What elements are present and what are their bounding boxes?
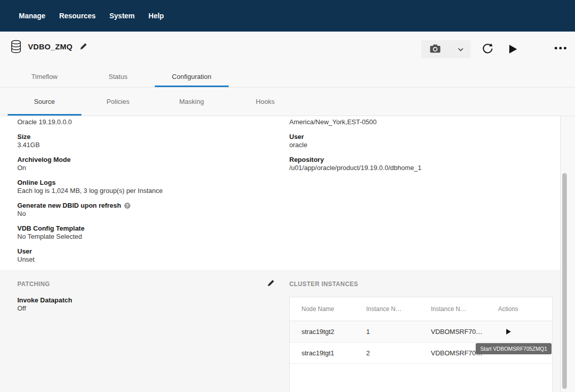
nav-item-help[interactable]: Help	[149, 12, 164, 20]
configuration-subtabs: Source Policies Masking Hooks	[0, 88, 575, 116]
app: Manage Resources System Help VDBO_ZMQ	[0, 0, 575, 392]
field-db-version: Oracle 19.19.0.0.0	[17, 118, 272, 126]
camera-icon	[430, 44, 441, 54]
field-online-logs: Online Logs Each log is 1,024 MB, 3 log …	[17, 179, 272, 195]
generate-dbid-label: Generate new DBID upon refresh	[17, 202, 121, 210]
subtab-hooks[interactable]: Hooks	[229, 98, 303, 116]
table-row: strac19tgt2 1 VDBOMSRF70…	[290, 321, 552, 343]
subtab-source[interactable]: Source	[8, 98, 81, 116]
stop-icon[interactable]	[533, 43, 537, 47]
field-repository: Repository /u01/app/oracle/product/19.19…	[289, 156, 544, 172]
field-archivelog-mode: Archivelog Mode On	[17, 156, 272, 172]
nav-item-resources[interactable]: Resources	[59, 12, 96, 20]
scrollbar-thumb[interactable]	[562, 173, 567, 389]
cell-instance-number: 2	[366, 349, 431, 357]
field-vdb-config-template: VDB Config Template No Template Selected	[17, 225, 272, 241]
tab-status[interactable]: Status	[81, 66, 155, 87]
nav-item-system[interactable]: System	[109, 12, 135, 20]
top-navbar: Manage Resources System Help	[0, 0, 575, 32]
subtab-policies[interactable]: Policies	[81, 98, 155, 116]
field-invoke-datapatch: Invoke Datapatch Off	[17, 296, 72, 313]
subtab-masking[interactable]: Masking	[155, 98, 229, 116]
column-instance-name: Instance N…	[431, 305, 498, 313]
patching-section-title: PATCHING	[17, 281, 50, 288]
ellipsis-icon[interactable]	[553, 45, 568, 51]
vertical-scrollbar[interactable]	[560, 116, 568, 392]
tab-configuration[interactable]: Configuration	[155, 66, 229, 87]
chevron-down-icon	[458, 45, 463, 53]
cluster-instances-table: Node Name Instance N… Instance N… Action…	[289, 297, 553, 392]
database-icon	[10, 40, 22, 53]
table-header-row: Node Name Instance N… Instance N… Action…	[290, 297, 552, 321]
page-title: VDBO_ZMQ	[28, 42, 72, 51]
source-right-column: America/New_York,EST-0500 User oracle Re…	[289, 118, 544, 179]
play-icon[interactable]	[507, 43, 519, 55]
start-action-tooltip: Start VDBOMSRF705ZMQ1	[476, 343, 552, 354]
header-bar: VDBO_ZMQ	[0, 32, 575, 66]
cell-node-name: strac19tgt2	[302, 328, 366, 335]
field-generate-dbid: Generate new DBID upon refresh ? No	[17, 202, 272, 218]
field-user-right: User oracle	[289, 133, 544, 149]
row-start-play-icon[interactable]	[505, 327, 512, 336]
column-instance-number: Instance N…	[366, 305, 431, 313]
field-timezone: America/New_York,EST-0500	[289, 118, 544, 126]
rename-pencil-icon[interactable]	[78, 42, 88, 51]
column-actions: Actions	[498, 305, 552, 313]
title-group: VDBO_ZMQ	[10, 40, 88, 53]
source-panel: Oracle 19.19.0.0.0 Size 3.41GB Archivelo…	[0, 116, 560, 270]
field-user-left: User Unset	[17, 247, 272, 264]
refresh-icon[interactable]	[480, 41, 496, 57]
tab-timeflow[interactable]: Timeflow	[8, 66, 81, 87]
column-node-name: Node Name	[302, 305, 366, 313]
cell-instance-name: VDBOMSRF70…	[431, 328, 498, 335]
cluster-instances-section-title: CLUSTER INSTANCES	[289, 281, 358, 288]
source-left-column: Oracle 19.19.0.0.0 Size 3.41GB Archivelo…	[17, 118, 272, 270]
primary-tabs: Timeflow Status Configuration	[0, 66, 575, 88]
patching-edit-pencil-icon[interactable]	[265, 278, 276, 289]
cell-node-name: strac19tgt1	[302, 349, 366, 357]
field-size: Size 3.41GB	[17, 133, 272, 149]
cell-instance-number: 1	[366, 328, 431, 335]
snapshot-button[interactable]	[421, 40, 471, 58]
lower-panel: PATCHING Invoke Datapatch Off CLUSTER IN…	[0, 270, 560, 392]
nav-item-manage[interactable]: Manage	[19, 12, 45, 20]
help-icon[interactable]: ?	[124, 203, 130, 209]
